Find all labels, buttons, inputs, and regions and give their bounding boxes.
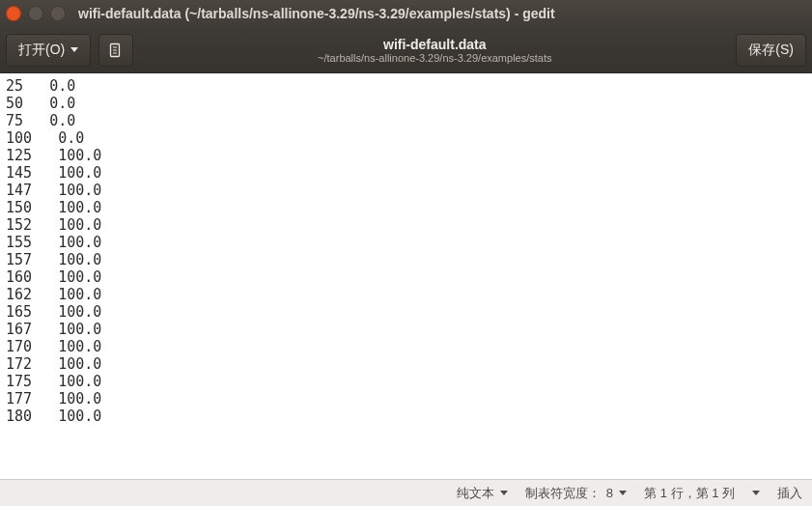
- tab-width-selector[interactable]: 制表符宽度： 8: [525, 485, 627, 502]
- tab-width-value: 8: [606, 486, 613, 500]
- document-filepath: ~/tarballs/ns-allinone-3.29/ns-3.29/exam…: [318, 52, 551, 64]
- chevron-down-icon: [500, 491, 508, 495]
- tab-width-label: 制表符宽度：: [525, 485, 601, 502]
- syntax-mode-selector[interactable]: 纯文本: [457, 485, 508, 502]
- document-icon: [108, 42, 124, 58]
- save-button[interactable]: 保存(S): [736, 34, 806, 67]
- insert-mode-selector[interactable]: [752, 491, 760, 495]
- save-button-label: 保存(S): [748, 42, 794, 59]
- window-close-button[interactable]: [6, 6, 21, 21]
- insert-mode-label: 插入: [777, 485, 802, 502]
- open-button[interactable]: 打开(O): [6, 34, 91, 67]
- toolbar: 打开(O) wifi-default.data ~/tarballs/ns-al…: [0, 27, 812, 73]
- chevron-down-icon: [619, 491, 627, 495]
- statusbar: 纯文本 制表符宽度： 8 第 1 行，第 1 列 插入: [0, 479, 812, 506]
- document-filename: wifi-default.data: [383, 37, 487, 52]
- text-editor-content[interactable]: 25 0.0 50 0.0 75 0.0 100 0.0 125 100.0 1…: [0, 73, 812, 479]
- window-titlebar: wifi-default.data (~/tarballs/ns-allinon…: [0, 0, 812, 27]
- syntax-mode-label: 纯文本: [457, 485, 494, 502]
- window-minimize-button[interactable]: [28, 6, 43, 21]
- window-title: wifi-default.data (~/tarballs/ns-allinon…: [78, 6, 555, 21]
- cursor-position: 第 1 行，第 1 列: [644, 485, 735, 502]
- document-title-block: wifi-default.data ~/tarballs/ns-allinone…: [318, 37, 551, 64]
- new-document-button[interactable]: [98, 34, 133, 67]
- chevron-down-icon: [70, 47, 78, 52]
- window-maximize-button[interactable]: [50, 6, 66, 21]
- open-button-label: 打开(O): [18, 42, 65, 59]
- chevron-down-icon: [752, 491, 760, 495]
